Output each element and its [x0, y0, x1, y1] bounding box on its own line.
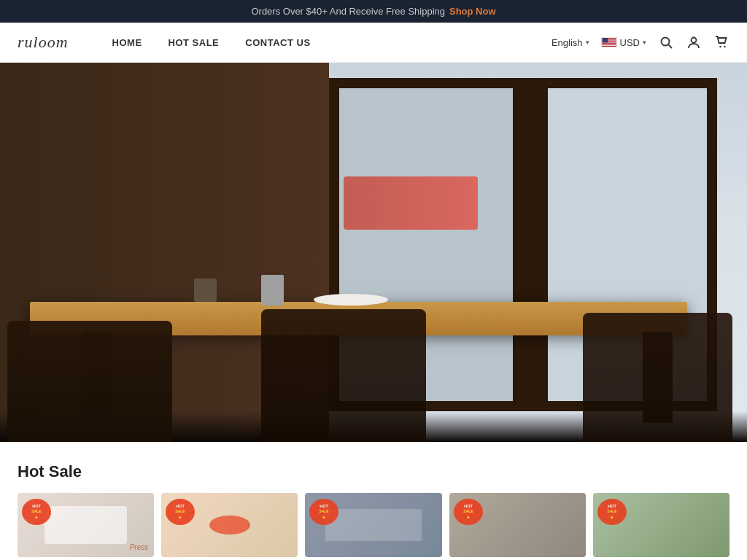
svg-text:SALE: SALE: [176, 509, 186, 513]
announcement-text: Orders Over $40+ And Receive Free Shippi…: [251, 6, 445, 17]
svg-rect-12: [602, 46, 616, 47]
header: ruloom HOME HOT SALE CONTACT US English …: [0, 23, 747, 63]
product-card[interactable]: HOT SALE 🔥: [449, 493, 586, 557]
announcement-cta[interactable]: Shop Now: [449, 6, 496, 17]
product-grid: HOT SALE 🔥 Press HOT SALE 🔥: [18, 493, 729, 557]
svg-text:🔥: 🔥: [178, 514, 182, 519]
svg-text:HOT: HOT: [608, 504, 616, 508]
hot-sale-title: Hot Sale: [18, 462, 729, 481]
svg-text:HOT: HOT: [176, 504, 185, 508]
svg-text:HOT: HOT: [32, 504, 41, 508]
svg-text:🔥: 🔥: [34, 514, 39, 519]
hot-sale-section: Hot Sale HOT SALE 🔥 Press: [0, 442, 747, 560]
svg-point-14: [662, 38, 670, 46]
svg-rect-7: [602, 42, 616, 43]
header-right: English ▾ USD ▾: [551, 34, 729, 50]
svg-text:HOT: HOT: [320, 504, 329, 508]
language-selector[interactable]: English ▾: [551, 37, 589, 48]
svg-text:🔥: 🔥: [322, 514, 326, 519]
svg-point-16: [692, 38, 697, 43]
us-flag-icon: [601, 37, 617, 47]
svg-text:SALE: SALE: [463, 509, 473, 513]
language-chevron: ▾: [586, 39, 589, 46]
svg-point-17: [719, 46, 721, 47]
hot-sale-badge-icon: HOT SALE 🔥: [20, 496, 53, 528]
announcement-bar: Orders Over $40+ And Receive Free Shippi…: [0, 0, 747, 23]
svg-rect-10: [602, 44, 616, 45]
account-button[interactable]: [686, 34, 702, 50]
currency-label: USD: [620, 37, 640, 48]
svg-rect-13: [602, 38, 608, 42]
hot-sale-badge-icon: HOT SALE 🔥: [164, 496, 196, 528]
cart-icon: [715, 36, 728, 49]
logo[interactable]: ruloom: [18, 33, 69, 52]
product-card[interactable]: HOT SALE 🔥: [161, 493, 298, 557]
nav-contact[interactable]: CONTACT US: [245, 37, 310, 48]
product-card[interactable]: HOT SALE 🔥: [305, 493, 441, 557]
nav-hot-sale[interactable]: HOT SALE: [169, 37, 220, 48]
currency-chevron: ▾: [643, 39, 646, 46]
product-card[interactable]: HOT SALE 🔥: [593, 493, 729, 557]
hero-section: [0, 63, 747, 442]
svg-text:SALE: SALE: [320, 509, 330, 513]
cart-button[interactable]: [713, 34, 729, 50]
svg-rect-11: [602, 45, 616, 46]
svg-text:SALE: SALE: [607, 509, 617, 513]
hot-sale-badge-icon: HOT SALE 🔥: [596, 496, 628, 528]
hot-sale-badge-icon: HOT SALE 🔥: [308, 496, 340, 528]
hot-sale-badge-icon: HOT SALE 🔥: [452, 496, 484, 528]
svg-rect-8: [602, 43, 616, 44]
nav-home[interactable]: HOME: [112, 37, 142, 48]
language-label: English: [551, 37, 583, 48]
svg-rect-9: [602, 44, 616, 44]
product-card[interactable]: HOT SALE 🔥 Press: [18, 493, 154, 557]
main-nav: HOME HOT SALE CONTACT US: [112, 37, 551, 48]
svg-text:🔥: 🔥: [466, 514, 471, 519]
svg-text:SALE: SALE: [31, 509, 42, 513]
svg-text:🔥: 🔥: [610, 514, 614, 519]
svg-line-15: [669, 45, 673, 49]
account-icon: [687, 36, 700, 49]
search-button[interactable]: [658, 34, 674, 50]
svg-text:HOT: HOT: [464, 504, 473, 508]
currency-selector[interactable]: USD ▾: [601, 37, 646, 48]
svg-point-18: [724, 46, 725, 47]
search-icon: [659, 36, 673, 49]
